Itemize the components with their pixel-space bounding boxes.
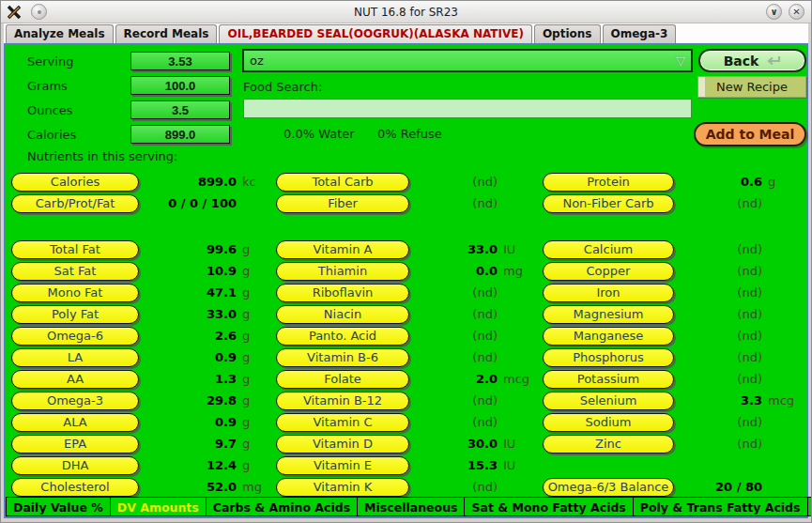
nutrient-button-la[interactable]: LA (11, 348, 139, 367)
nutrient-value: (nd) (413, 285, 498, 300)
bottom-tab-daily-value[interactable]: Daily Value % (6, 497, 111, 516)
nutrient-button-zinc[interactable]: Zinc (543, 435, 674, 454)
nutrient-button-panto-acid[interactable]: Panto. Acid (276, 327, 409, 346)
nutrient-value: 99.6 (143, 242, 237, 256)
nutrient-row: LA0.9gVitamin B-6(nd)Phosphorus(nd) (6, 346, 806, 368)
shade-button[interactable]: ∨ (766, 4, 782, 20)
nutrient-value: 33.0 (413, 242, 498, 256)
bottom-tab-sat-mono-fatty-acids[interactable]: Sat & Mono Fatty Acids (464, 497, 633, 516)
nutrient-button-manganese[interactable]: Manganese (543, 327, 674, 346)
nutrient-button-vitamin-b-12[interactable]: Vitamin B-12 (276, 392, 409, 410)
nutrient-unit: g (237, 415, 276, 429)
bottom-tab-miscellaneous[interactable]: Miscellaneous (357, 497, 465, 516)
serving-label: Serving (27, 54, 73, 69)
nutrient-unit: g (237, 437, 276, 451)
bottom-tab-dv-amounts[interactable]: DV Amounts (110, 497, 207, 516)
nutrient-button-vitamin-b-6[interactable]: Vitamin B-6 (276, 348, 409, 367)
nutrient-value: (nd) (413, 329, 498, 343)
nutrient-value: (nd) (678, 372, 762, 386)
nutrient-button-selenium[interactable]: Selenium (543, 392, 674, 410)
bottom-tab-quit-nut[interactable]: Quit NUT (807, 497, 812, 516)
nutrient-unit: mg (498, 264, 543, 278)
close-button[interactable]: ✕ (789, 4, 804, 20)
unit-select[interactable]: oz ▽ (243, 50, 692, 71)
nutrient-button-calories[interactable]: Calories (11, 173, 139, 192)
nutrient-row: AA1.3gFolate2.0mcgPotassium(nd) (6, 368, 806, 390)
titlebar: NUT 16.8 for SR23 ∨ ✕ (1, 1, 811, 23)
bottom-tab-poly-trans-fatty-acids[interactable]: Poly & Trans Fatty Acids (633, 497, 808, 516)
nutrient-value: 899.0 (143, 175, 237, 189)
back-button[interactable]: Back (698, 49, 806, 72)
nutrient-value: (nd) (413, 350, 498, 364)
tab-food-detail[interactable]: OIL,BEARDED SEAL(OOGRUK)(ALASKA NATIVE) (219, 24, 531, 43)
nutrient-value: 2.6 (143, 329, 237, 343)
nutrient-unit: g (237, 372, 276, 386)
nutrient-button-riboflavin[interactable]: Riboflavin (276, 284, 409, 302)
nutrient-value: (nd) (678, 437, 762, 451)
ounces-field[interactable] (130, 100, 230, 119)
nutrient-button-sodium[interactable]: Sodium (543, 413, 674, 432)
nutrient-button-dha[interactable]: DHA (11, 456, 139, 475)
nutrient-button-niacin[interactable]: Niacin (276, 305, 409, 324)
nutrient-value: (nd) (678, 415, 762, 429)
nutrient-button-poly-fat[interactable]: Poly Fat (11, 305, 139, 324)
nutrient-button-vitamin-k[interactable]: Vitamin K (276, 478, 409, 497)
bottom-tab-carbs-amino-acids[interactable]: Carbs & Amino Acids (206, 497, 358, 516)
add-to-meal-button[interactable]: Add to Meal (694, 122, 806, 146)
nutrient-button-vitamin-c[interactable]: Vitamin C (276, 413, 409, 432)
nutrient-button-thiamin[interactable]: Thiamin (276, 262, 409, 281)
tab-omega-3[interactable]: Omega-3 (603, 24, 677, 43)
nutrient-button-protein[interactable]: Protein (543, 173, 674, 192)
new-recipe-button[interactable]: New Recipe (697, 76, 806, 98)
nutrient-button-vitamin-d[interactable]: Vitamin D (276, 435, 409, 454)
nutrient-button-magnesium[interactable]: Magnesium (543, 305, 674, 324)
food-panel: Serving Grams Ounces Calories oz ▽ Food … (4, 43, 808, 518)
nutrient-button-potassium[interactable]: Potassium (543, 370, 674, 389)
nutrient-value: 30.0 (413, 437, 498, 451)
nutrient-button-omega-6-3-balance[interactable]: Omega-6/3 Balance (543, 478, 674, 497)
tab-record-meals[interactable]: Record Meals (115, 24, 218, 43)
nutrient-value: (nd) (413, 480, 498, 494)
nutrient-button-aa[interactable]: AA (11, 370, 139, 389)
nutrient-value: 2.0 (413, 372, 498, 386)
sticky-button[interactable] (31, 4, 47, 20)
nutrient-button-omega-3[interactable]: Omega-3 (11, 392, 139, 410)
nutrient-button-vitamin-a[interactable]: Vitamin A (276, 240, 409, 259)
nutrient-value: (nd) (678, 350, 762, 364)
nutrient-row: Sat Fat10.9gThiamin0.0mgCopper(nd) (6, 260, 806, 282)
nutrient-button-folate[interactable]: Folate (276, 370, 409, 389)
nutrient-row: ALA0.9gVitamin C(nd)Sodium(nd) (6, 411, 806, 433)
nutrient-button-sat-fat[interactable]: Sat Fat (11, 262, 139, 281)
nutrient-button-fiber[interactable]: Fiber (276, 194, 409, 213)
nutrient-button-copper[interactable]: Copper (543, 262, 674, 281)
nutrient-value: (nd) (413, 393, 498, 408)
nutrient-value: 15.3 (413, 458, 498, 472)
nutrient-button-mono-fat[interactable]: Mono Fat (11, 284, 139, 302)
nutrient-button-vitamin-e[interactable]: Vitamin E (276, 456, 409, 475)
nutrient-button-omega-6[interactable]: Omega-6 (11, 327, 139, 346)
nutrient-unit: g (237, 350, 276, 364)
nutrient-value: 10.9 (143, 264, 237, 278)
app-window: NUT 16.8 for SR23 ∨ ✕ Analyze Meals Reco… (0, 0, 812, 523)
grams-field[interactable] (130, 76, 230, 95)
calories-field[interactable] (130, 125, 230, 144)
refuse-percent: 0% Refuse (377, 127, 442, 141)
nutrient-button-total-carb[interactable]: Total Carb (276, 173, 409, 192)
nutrient-unit: g (237, 329, 276, 343)
nutrient-value: 33.0 (143, 307, 237, 321)
nutrient-button-ala[interactable]: ALA (11, 413, 139, 432)
app-icon[interactable] (7, 5, 22, 20)
nutrient-button-total-fat[interactable]: Total Fat (11, 240, 139, 259)
nutrient-button-phosphorus[interactable]: Phosphorus (543, 348, 674, 367)
nutrient-button-epa[interactable]: EPA (11, 435, 139, 454)
nutrient-button-calcium[interactable]: Calcium (543, 240, 674, 259)
nutrient-button-iron[interactable]: Iron (543, 284, 674, 302)
nutrient-value: 0.9 (143, 415, 237, 429)
tab-options[interactable]: Options (534, 24, 601, 43)
tab-analyze-meals[interactable]: Analyze Meals (6, 24, 114, 43)
serving-field[interactable] (130, 52, 230, 70)
nutrient-button-cholesterol[interactable]: Cholesterol (11, 478, 139, 497)
food-search-input[interactable] (243, 99, 692, 118)
nutrient-button-non-fiber-carb[interactable]: Non-Fiber Carb (543, 194, 674, 213)
nutrient-button-carb-prot-fat[interactable]: Carb/Prot/Fat (11, 194, 139, 213)
